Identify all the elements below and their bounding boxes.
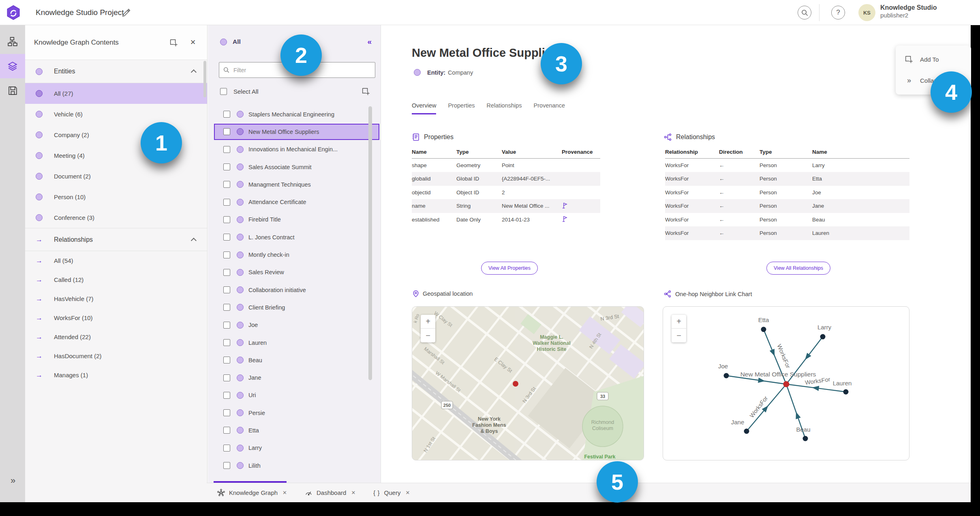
item-checkbox[interactable] xyxy=(223,304,230,311)
provenance-flag-icon[interactable] xyxy=(562,215,568,222)
close-panel-button[interactable]: ✕ xyxy=(188,37,198,48)
person-node[interactable] xyxy=(820,334,826,340)
relationship-link[interactable]: WorksFor xyxy=(665,159,719,172)
list-item[interactable]: Innovations in Mechanical Engin... xyxy=(208,141,381,158)
close-tab-icon[interactable]: ✕ xyxy=(405,490,410,496)
entity-name-link[interactable]: Etta xyxy=(812,172,909,186)
add-to-menu-item[interactable]: Add To xyxy=(896,49,971,70)
sidebar-item-entity-type[interactable]: Vehicle (6) xyxy=(25,104,207,125)
list-item[interactable]: Beau xyxy=(208,351,381,369)
help-button[interactable]: ? xyxy=(831,6,845,19)
list-item[interactable]: Joe xyxy=(208,316,381,334)
item-checkbox[interactable] xyxy=(223,409,230,416)
list-scrollbar[interactable] xyxy=(368,106,372,380)
person-node[interactable] xyxy=(803,436,808,441)
tab-provenance[interactable]: Provenance xyxy=(534,102,565,114)
item-checkbox[interactable] xyxy=(223,146,230,153)
person-node[interactable] xyxy=(744,429,749,434)
item-checkbox[interactable] xyxy=(223,128,230,135)
item-checkbox[interactable] xyxy=(223,163,230,170)
entity-name-link[interactable]: Larry xyxy=(812,159,909,172)
add-selection-button[interactable] xyxy=(361,87,370,96)
item-checkbox[interactable] xyxy=(223,252,230,258)
list-item[interactable]: Staplers Mechanical Engineering xyxy=(208,105,381,123)
provenance-flag-icon[interactable] xyxy=(562,202,568,209)
tab-properties[interactable]: Properties xyxy=(448,102,475,114)
search-button[interactable] xyxy=(798,6,811,19)
one-hop-link-chart[interactable]: WorksForEttaLarryJoeWorksForLaurenWorksF… xyxy=(663,306,909,460)
item-checkbox[interactable] xyxy=(223,427,230,434)
select-all-checkbox[interactable] xyxy=(220,88,227,95)
item-checkbox[interactable] xyxy=(223,462,230,469)
close-tab-icon[interactable]: ✕ xyxy=(282,490,287,496)
list-item[interactable]: Montly check-in xyxy=(208,246,381,263)
avatar[interactable]: KS xyxy=(858,4,875,21)
list-item[interactable]: Sales Review xyxy=(208,264,381,281)
tab-relationships[interactable]: Relationships xyxy=(487,102,522,114)
item-checkbox[interactable] xyxy=(223,269,230,276)
sidebar-item-relationship-type[interactable]: →Manages (1) xyxy=(25,366,207,385)
geospatial-map[interactable]: k RoW Clay StN 3rd StN 4th StMaggie L.Wa… xyxy=(412,306,644,460)
list-item[interactable]: New Metal Office Suppliers xyxy=(208,123,381,140)
item-checkbox[interactable] xyxy=(223,392,230,399)
item-checkbox[interactable] xyxy=(223,234,230,241)
relationship-link[interactable]: WorksFor xyxy=(665,172,719,186)
left-panel-scrollbar[interactable] xyxy=(203,61,206,97)
list-item[interactable]: Managment Techniques xyxy=(208,176,381,193)
list-item[interactable]: Jane xyxy=(208,369,381,386)
close-tab-icon[interactable]: ✕ xyxy=(351,490,355,496)
list-item[interactable]: Client Briefing xyxy=(208,299,381,316)
person-node[interactable] xyxy=(761,327,766,332)
item-checkbox[interactable] xyxy=(223,322,230,329)
list-item[interactable]: Etta xyxy=(208,421,381,439)
person-node[interactable] xyxy=(843,389,849,395)
zoom-in-button[interactable]: + xyxy=(672,315,686,329)
sidebar-item-entity-type[interactable]: Conference (3) xyxy=(25,207,207,228)
entity-name-link[interactable]: Joe xyxy=(812,186,909,200)
tab-query[interactable]: { }Query✕ xyxy=(373,489,410,496)
relationships-section-header[interactable]: → Relationships xyxy=(25,228,207,251)
sidebar-item-entity-type[interactable]: Person (10) xyxy=(25,187,207,207)
item-checkbox[interactable] xyxy=(223,199,230,206)
list-item[interactable]: Larry xyxy=(208,439,381,457)
sidebar-item-entity-type[interactable]: Document (2) xyxy=(25,166,207,187)
list-item[interactable]: Lilith xyxy=(208,457,381,474)
relationship-link[interactable]: WorksFor xyxy=(665,226,719,240)
list-item[interactable]: Lauren xyxy=(208,334,381,351)
view-all-properties-button[interactable]: View All Properties xyxy=(481,262,538,275)
sidebar-item-entity-type[interactable]: All (27) xyxy=(25,83,207,104)
data-model-button[interactable] xyxy=(0,30,25,54)
list-item[interactable]: Attendance Certificate xyxy=(208,193,381,211)
entity-name-link[interactable]: Lauren xyxy=(812,226,909,240)
sidebar-item-relationship-type[interactable]: →Attended (22) xyxy=(25,327,207,346)
contents-button[interactable] xyxy=(0,54,25,78)
tab-knowledge-graph[interactable]: Knowledge Graph✕ xyxy=(217,489,287,497)
person-node[interactable] xyxy=(724,373,729,378)
list-item[interactable]: L. Jones Contract xyxy=(208,228,381,246)
edit-title-pencil-icon[interactable] xyxy=(122,8,131,17)
expand-rail-button[interactable]: » xyxy=(0,475,25,486)
item-checkbox[interactable] xyxy=(223,339,230,346)
entity-name-link[interactable]: Beau xyxy=(812,213,909,227)
item-checkbox[interactable] xyxy=(223,286,230,293)
item-checkbox[interactable] xyxy=(223,445,230,452)
list-item[interactable]: Firebird Title xyxy=(208,211,381,228)
item-checkbox[interactable] xyxy=(223,216,230,223)
item-checkbox[interactable] xyxy=(223,357,230,363)
zoom-out-button[interactable]: − xyxy=(672,329,686,342)
tab-overview[interactable]: Overview xyxy=(412,102,436,114)
zoom-in-button[interactable]: + xyxy=(421,315,435,329)
sidebar-item-relationship-type[interactable]: →HasDocument (2) xyxy=(25,346,207,366)
entities-section-header[interactable]: Entities xyxy=(25,60,207,83)
add-new-button[interactable] xyxy=(168,37,179,48)
tab-dashboard[interactable]: Dashboard✕ xyxy=(305,489,355,497)
relationship-link[interactable]: WorksFor xyxy=(665,199,719,213)
zoom-out-button[interactable]: − xyxy=(421,329,435,342)
relationship-link[interactable]: WorksFor xyxy=(665,186,719,200)
collapse-panel-button[interactable]: « xyxy=(367,37,372,46)
entity-name-link[interactable]: Jane xyxy=(812,199,909,213)
sidebar-item-relationship-type[interactable]: →All (54) xyxy=(25,251,207,270)
list-item[interactable]: Collaboration initiative xyxy=(208,281,381,299)
save-button[interactable] xyxy=(0,78,25,103)
item-checkbox[interactable] xyxy=(223,374,230,381)
